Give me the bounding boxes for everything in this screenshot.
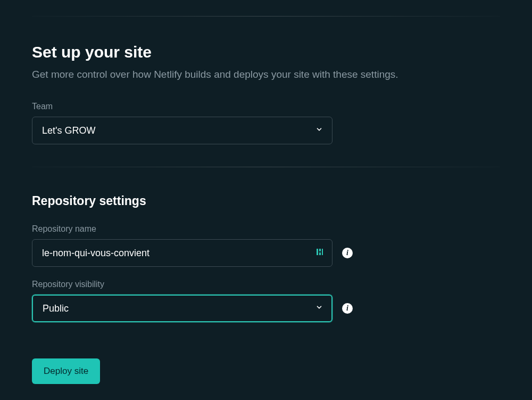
repo-visibility-select[interactable]: Public [32,295,332,322]
repo-visibility-label: Repository visibility [32,280,500,289]
repo-name-label: Repository name [32,224,500,234]
repo-visibility-select-value: Public [43,303,69,314]
repo-visibility-field-group: Repository visibility Public i [32,280,500,322]
repo-name-field-group: Repository name i [32,224,500,267]
repo-section-title: Repository settings [32,194,500,208]
repo-name-input[interactable] [32,239,332,267]
team-select[interactable]: Let's GROW [32,117,332,144]
info-icon[interactable]: i [342,248,353,258]
team-select-value: Let's GROW [42,125,95,136]
info-icon[interactable]: i [342,303,353,314]
page-title: Set up your site [32,43,500,61]
mid-divider [32,167,500,167]
top-divider [32,16,500,17]
team-label: Team [32,102,500,111]
team-field-group: Team Let's GROW [32,102,500,144]
deploy-site-button[interactable]: Deploy site [32,358,100,384]
page-subtitle: Get more control over how Netlify builds… [32,69,500,80]
